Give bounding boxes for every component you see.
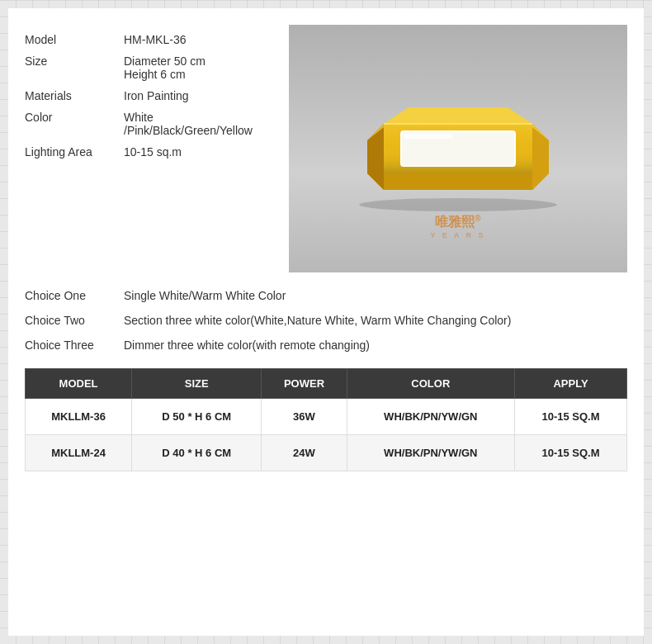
materials-label: Materials [25,89,124,102]
choice-two-value: Section three white color(White,Nature W… [124,314,511,327]
col-power: POWER [262,369,347,399]
row1-apply: 10-15 SQ.M [515,399,627,435]
choice-one-label: Choice One [25,289,124,302]
row2-size: D 40 * H 6 CM [132,435,262,471]
row2-power: 24W [262,435,347,471]
watermark-registered: ® [475,214,480,223]
color-label: Color [25,111,124,137]
col-apply: APPLY [515,369,627,399]
watermark-years: Y E A R S [430,231,485,239]
spec-row-size: Size Diameter 50 cm Height 6 cm [25,54,272,81]
col-color: COLOR [347,369,514,399]
row2-apply: 10-15 SQ.M [515,435,627,471]
main-container: Model HM-MKL-36 Size Diameter 50 cm Heig… [8,8,644,636]
choice-three-value: Dimmer three white color(with remote cha… [124,339,370,352]
choice-row-two: Choice Two Section three white color(Whi… [25,314,627,327]
choice-one-value: Single White/Warm White Color [124,289,286,302]
lighting-value: 10-15 sq.m [124,145,182,159]
size-diameter: Diameter 50 cm [124,54,206,68]
model-value: HM-MKL-36 [124,33,186,46]
lighting-label: Lighting Area [25,145,124,159]
watermark-chinese: 唯雅熙 [435,215,475,229]
spec-row-lighting: Lighting Area 10-15 sq.m [25,145,272,159]
col-model: MODEL [26,369,132,399]
top-section: Model HM-MKL-36 Size Diameter 50 cm Heig… [25,25,627,272]
choice-two-label: Choice Two [25,314,124,327]
table-body: MKLLM-36 D 50 * H 6 CM 36W WH/BK/PN/YW/G… [26,399,627,471]
svg-marker-1 [367,173,549,190]
spec-row-color: Color White /Pink/Black/Green/Yellow [25,111,272,137]
svg-rect-11 [404,134,453,139]
color-value: White /Pink/Black/Green/Yellow [124,111,272,137]
svg-marker-6 [384,107,532,124]
table-row: MKLLM-36 D 50 * H 6 CM 36W WH/BK/PN/YW/G… [26,399,627,435]
product-image: 唯雅熙® Y E A R S [289,25,627,272]
choice-row-three: Choice Three Dimmer three white color(wi… [25,339,627,352]
data-table: MODEL SIZE POWER COLOR APPLY MKLLM-36 D … [25,368,627,471]
row1-color: WH/BK/PN/YW/GN [347,399,514,435]
model-label: Model [25,33,124,46]
choices-section: Choice One Single White/Warm White Color… [25,289,627,352]
specs-table: Model HM-MKL-36 Size Diameter 50 cm Heig… [25,25,272,272]
row2-model: MKLLM-24 [26,435,132,471]
spec-row-model: Model HM-MKL-36 [25,33,272,46]
table-header: MODEL SIZE POWER COLOR APPLY [26,369,627,399]
watermark: 唯雅熙® Y E A R S [430,214,485,239]
choice-three-label: Choice Three [25,339,124,352]
choice-row-one: Choice One Single White/Warm White Color [25,289,627,302]
lamp-scene: 唯雅熙® Y E A R S [289,25,627,272]
row1-model: MKLLM-36 [26,399,132,435]
spec-row-materials: Materials Iron Painting [25,89,272,102]
lamp-hex [343,83,574,215]
materials-value: Iron Painting [124,89,189,102]
size-label: Size [25,54,124,81]
header-row: MODEL SIZE POWER COLOR APPLY [26,369,627,399]
svg-point-0 [359,198,557,211]
row2-color: WH/BK/PN/YW/GN [347,435,514,471]
row1-size: D 50 * H 6 CM [132,399,262,435]
col-size: SIZE [132,369,262,399]
size-height: Height 6 cm [124,68,186,81]
size-value: Diameter 50 cm Height 6 cm [124,54,206,81]
row1-power: 36W [262,399,347,435]
table-row: MKLLM-24 D 40 * H 6 CM 24W WH/BK/PN/YW/G… [26,435,627,471]
